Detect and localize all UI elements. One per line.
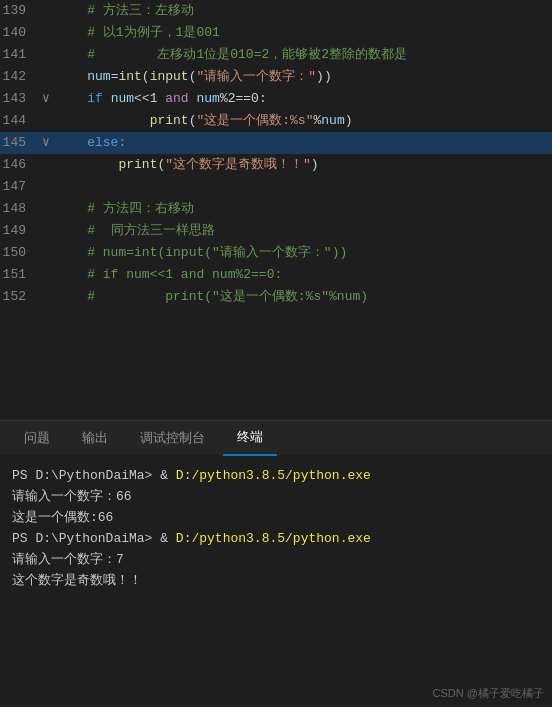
line-content: # 方法四：右移动: [56, 198, 194, 220]
code-line: 144 print("这是一个偶数:%s"%num): [0, 110, 552, 132]
line-number: 151: [0, 264, 42, 286]
code-line: 142 num=int(input("请输入一个数字：")): [0, 66, 552, 88]
terminal-line: 这是一个偶数:66: [12, 507, 540, 528]
line-number: 142: [0, 66, 42, 88]
editor-container: 139 # 方法三：左移动140 # 以1为例子，1是001141 # 左移动1…: [0, 0, 552, 420]
code-line: 149 # 同方法三一样思路: [0, 220, 552, 242]
line-number: 152: [0, 286, 42, 308]
line-content: # if num<<1 and num%2==0:: [56, 264, 282, 286]
terminal-line: 请输入一个数字：7: [12, 549, 540, 570]
line-content: # num=int(input("请输入一个数字：")): [56, 242, 347, 264]
line-content: if num<<1 and num%2==0:: [56, 88, 267, 110]
line-number: 139: [0, 0, 42, 22]
line-number: 146: [0, 154, 42, 176]
code-line: 148 # 方法四：右移动: [0, 198, 552, 220]
line-number: 149: [0, 220, 42, 242]
tab-item-调试控制台[interactable]: 调试控制台: [126, 421, 219, 456]
code-line: 141 # 左移动1位是010=2，能够被2整除的数都是: [0, 44, 552, 66]
tab-item-终端[interactable]: 终端: [223, 421, 277, 456]
watermark: CSDN @橘子爱吃橘子: [433, 686, 544, 701]
line-number: 144: [0, 110, 42, 132]
line-content: print("这是一个偶数:%s"%num): [56, 110, 353, 132]
line-content: # print("这是一个偶数:%s"%num): [56, 286, 368, 308]
tab-item-输出[interactable]: 输出: [68, 421, 122, 456]
line-content: # 以1为例子，1是001: [56, 22, 220, 44]
line-content: # 左移动1位是010=2，能够被2整除的数都是: [56, 44, 407, 66]
code-line: 140 # 以1为例子，1是001: [0, 22, 552, 44]
line-content: num=int(input("请输入一个数字：")): [56, 66, 332, 88]
code-line: 147: [0, 176, 552, 198]
code-line: 146 print("这个数字是奇数哦！！"): [0, 154, 552, 176]
tab-item-问题[interactable]: 问题: [10, 421, 64, 456]
line-number: 150: [0, 242, 42, 264]
collapse-arrow[interactable]: ∨: [42, 88, 56, 110]
terminal-line: 这个数字是奇数哦！！: [12, 570, 540, 591]
code-line: 150 # num=int(input("请输入一个数字：")): [0, 242, 552, 264]
line-number: 147: [0, 176, 42, 198]
terminal-line: PS D:\PythonDaiMa> & D:/python3.8.5/pyth…: [12, 465, 540, 486]
line-number: 143: [0, 88, 42, 110]
code-line: 143∨ if num<<1 and num%2==0:: [0, 88, 552, 110]
line-content: print("这个数字是奇数哦！！"): [56, 154, 319, 176]
code-line: 151 # if num<<1 and num%2==0:: [0, 264, 552, 286]
line-content: # 同方法三一样思路: [56, 220, 215, 242]
line-number: 145: [0, 132, 42, 154]
terminal-line: PS D:\PythonDaiMa> & D:/python3.8.5/pyth…: [12, 528, 540, 549]
tab-bar: 问题输出调试控制台终端: [0, 420, 552, 455]
collapse-arrow[interactable]: ∨: [42, 132, 56, 154]
line-number: 141: [0, 44, 42, 66]
line-number: 140: [0, 22, 42, 44]
line-content: else:: [56, 132, 126, 154]
code-line: 152 # print("这是一个偶数:%s"%num): [0, 286, 552, 308]
code-line: 139 # 方法三：左移动: [0, 0, 552, 22]
line-number: 148: [0, 198, 42, 220]
terminal-container: PS D:\PythonDaiMa> & D:/python3.8.5/pyth…: [0, 455, 552, 707]
line-content: # 方法三：左移动: [56, 0, 194, 22]
code-line: 145∨ else:: [0, 132, 552, 154]
terminal-line: 请输入一个数字：66: [12, 486, 540, 507]
